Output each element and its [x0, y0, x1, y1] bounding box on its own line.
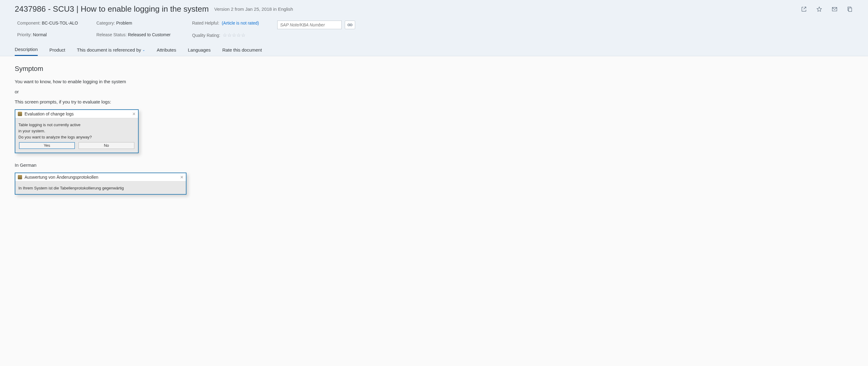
dialog-de: Auswertung von Änderungsprotokollen × In… — [15, 173, 186, 194]
rated-label: Rated Helpful: — [192, 21, 219, 26]
dialog-icon — [18, 112, 22, 116]
tab-bar: Description Product This document is ref… — [15, 47, 853, 56]
copy-icon[interactable] — [846, 6, 853, 12]
mail-icon[interactable] — [831, 6, 838, 12]
dialog-en-title: Evaluation of change logs — [25, 111, 73, 116]
tab-referenced[interactable]: This document is referenced by ⌄ — [77, 47, 145, 56]
main-content: Symptom You want to know, how to enable … — [0, 56, 868, 207]
search-input[interactable] — [277, 21, 342, 29]
meta-col-3: Rated Helpful: (Article is not rated) Qu… — [192, 21, 259, 38]
title-row: 2437986 - SCU3 | How to enable logging i… — [15, 4, 853, 14]
no-button[interactable]: No — [79, 142, 134, 149]
dialog-en: Evaluation of change logs × Table loggin… — [15, 109, 138, 153]
dialog-icon — [18, 175, 22, 179]
svg-rect-1 — [849, 8, 852, 11]
priority-label: Priority: — [17, 32, 32, 37]
dialog-en-buttons: Yes No — [19, 140, 135, 150]
title-actions — [801, 6, 853, 12]
dialog-en-body: Table logging is not currently active in… — [16, 118, 138, 152]
quality-label: Quality Rating: — [192, 33, 220, 38]
category-value: Problem — [116, 21, 132, 26]
tab-rate[interactable]: Rate this document — [222, 47, 262, 56]
search-button[interactable] — [345, 21, 355, 29]
star-icon[interactable] — [816, 6, 823, 12]
quality-stars[interactable]: ☆☆☆☆☆ — [223, 32, 246, 38]
tab-attributes[interactable]: Attributes — [157, 47, 176, 56]
release-label: Release Status: — [96, 32, 127, 37]
dialog-de-titlebar: Auswertung von Änderungsprotokollen × — [16, 173, 186, 181]
release-value: Released to Customer — [128, 32, 170, 37]
page-title: 2437986 - SCU3 | How to enable logging i… — [15, 4, 209, 14]
tab-description[interactable]: Description — [15, 47, 38, 56]
dialog-en-titlebar: Evaluation of change logs × — [16, 110, 138, 118]
symptom-p2: or — [15, 89, 853, 94]
component-value: BC-CUS-TOL-ALO — [42, 21, 78, 26]
symptom-heading: Symptom — [15, 65, 853, 73]
version-text: Version 2 from Jan 25, 2018 in English — [214, 6, 293, 12]
meta-col-search — [277, 21, 355, 38]
meta-col-1: Component: BC-CUS-TOL-ALO Priority: Norm… — [17, 21, 78, 38]
symptom-p1: You want to know, how to enable logging … — [15, 79, 853, 84]
meta-grid: Component: BC-CUS-TOL-ALO Priority: Norm… — [15, 21, 853, 38]
rated-link[interactable]: (Article is not rated) — [222, 21, 259, 26]
header-band: 2437986 - SCU3 | How to enable logging i… — [0, 0, 868, 56]
dialog-en-line2: in your system. — [19, 128, 135, 134]
close-icon[interactable]: × — [132, 111, 135, 117]
share-icon[interactable] — [801, 6, 807, 12]
dialog-en-line3: Do you want to analyze the logs anyway? — [19, 134, 135, 140]
dialog-de-line1: In Ihrem System ist die Tabellenprotokol… — [19, 185, 183, 191]
tab-referenced-label: This document is referenced by — [77, 47, 141, 53]
meta-col-2: Category: Problem Release Status: Releas… — [96, 21, 170, 38]
priority-value: Normal — [33, 32, 46, 37]
symptom-p3: This screen prompts, if you try to evalu… — [15, 99, 853, 104]
tab-languages[interactable]: Languages — [188, 47, 210, 56]
dialog-de-title: Auswertung von Änderungsprotokollen — [25, 175, 98, 179]
close-icon[interactable]: × — [180, 174, 183, 180]
dialog-en-line1: Table logging is not currently active — [19, 122, 135, 128]
tab-product[interactable]: Product — [50, 47, 65, 56]
chevron-down-icon: ⌄ — [142, 48, 145, 52]
yes-button[interactable]: Yes — [19, 142, 75, 149]
dialog-de-body: In Ihrem System ist die Tabellenprotokol… — [16, 181, 186, 194]
svg-rect-0 — [832, 7, 837, 11]
component-label: Component: — [17, 21, 40, 26]
in-german-label: In German — [15, 163, 853, 168]
category-label: Category: — [96, 21, 115, 26]
